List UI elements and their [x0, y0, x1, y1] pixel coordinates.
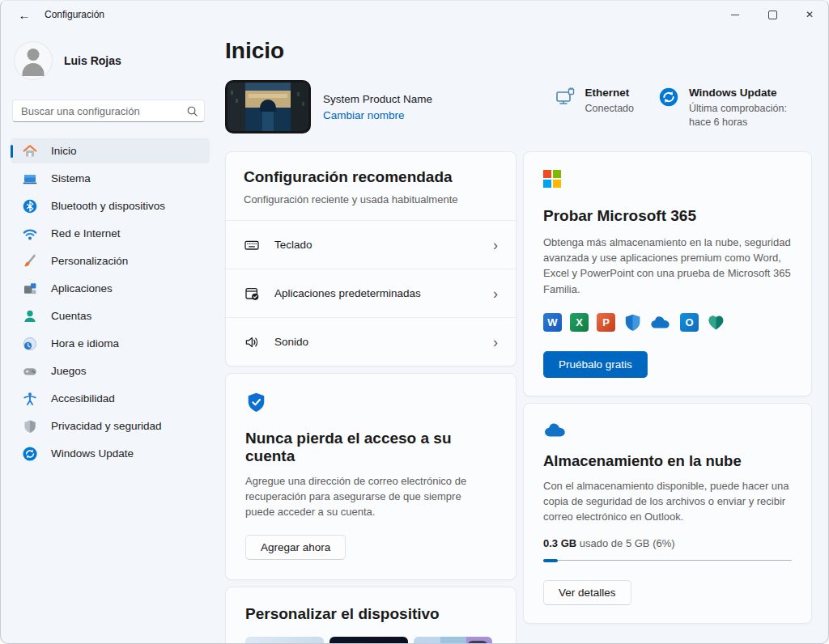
close-icon: ✕ [806, 9, 814, 20]
sound-icon [244, 334, 260, 350]
ethernet-icon [555, 87, 576, 108]
accounts-icon [22, 308, 38, 324]
windows-update-status[interactable]: Windows Update Última comprobación: hace… [658, 87, 810, 129]
sidebar-item-aplicaciones[interactable]: Aplicaciones [11, 276, 210, 301]
sidebar-nav: Inicio Sistema Bluetooth y dispositivos … [1, 138, 219, 466]
windows-update-subtitle: Última comprobación: hace 6 horas [689, 102, 810, 129]
system-icon [22, 171, 38, 187]
home-icon [22, 143, 38, 159]
sidebar-item-sistema[interactable]: Sistema [11, 166, 210, 191]
add-recovery-email-button[interactable]: Agregar ahora [245, 535, 346, 560]
sidebar-item-label: Red e Internet [51, 227, 121, 239]
onedrive-icon [650, 315, 672, 329]
maximize-button[interactable] [754, 1, 791, 28]
user-profile[interactable]: Luis Rojas [14, 41, 219, 80]
page-title: Inicio [225, 38, 828, 64]
recommended-item-aplicaciones-predeterminadas[interactable]: Aplicaciones predeterminadas › [226, 269, 516, 317]
sidebar-item-bluetooth[interactable]: Bluetooth y dispositivos [11, 193, 210, 218]
sidebar-item-label: Hora e idioma [51, 337, 119, 350]
theme-thumbnail-dark[interactable] [329, 637, 408, 644]
apps-icon [22, 281, 38, 297]
accessibility-icon [22, 391, 38, 407]
sidebar-item-label: Sistema [51, 172, 91, 184]
sidebar-item-label: Personalización [51, 255, 128, 267]
m365-body: Obtenga más almacenamiento en la nube, s… [543, 235, 797, 297]
sidebar-item-label: Inicio [51, 145, 77, 157]
word-icon: W [543, 313, 562, 332]
view-details-button[interactable]: Ver detalles [543, 580, 631, 605]
try-m365-button[interactable]: Pruébalo gratis [543, 351, 648, 378]
sidebar-item-inicio[interactable]: Inicio [11, 138, 210, 163]
search-input[interactable] [13, 100, 204, 121]
windows-update-icon [22, 446, 38, 462]
account-recovery-card: Nunca pierda el acceso a su cuenta Agreg… [225, 373, 517, 580]
back-arrow-icon: ← [19, 8, 31, 22]
m365-title: Probar Microsoft 365 [543, 207, 792, 225]
sidebar: Luis Rojas Inicio Sistema Bluetooth y di… [1, 28, 219, 643]
account-recovery-title: Nunca pierda el acceso a su cuenta [245, 430, 496, 465]
status-group: Ethernet Conectado Windows Update Última… [555, 87, 812, 129]
window-controls: ✕ [716, 1, 828, 28]
storage-progress-bar [543, 559, 792, 562]
sidebar-item-juegos[interactable]: Juegos [11, 358, 210, 383]
sidebar-item-accesibilidad[interactable]: Accesibilidad [11, 386, 210, 411]
sidebar-item-label: Aplicaciones [51, 282, 113, 294]
close-button[interactable]: ✕ [791, 1, 828, 28]
avatar [14, 41, 53, 80]
chevron-right-icon: › [493, 286, 498, 301]
m365-app-icons: W X P O [543, 313, 792, 332]
maximize-icon [768, 11, 777, 19]
personalize-title: Personalizar el dispositivo [245, 605, 496, 623]
storage-usage-detail: usado de 5 GB (6%) [576, 537, 674, 549]
excel-icon: X [570, 313, 589, 332]
back-button[interactable]: ← [11, 4, 38, 25]
search-icon [186, 105, 198, 117]
sidebar-item-windows-update[interactable]: Windows Update [11, 441, 210, 466]
sidebar-item-cuentas[interactable]: Cuentas [11, 303, 210, 328]
sidebar-item-label: Bluetooth y dispositivos [51, 200, 165, 212]
rename-device-link[interactable]: Cambiar nombre [323, 109, 432, 121]
main-content: Inicio System Product Name Cambiar nombr… [225, 28, 828, 643]
storage-title: Almacenamiento en la nube [543, 452, 792, 470]
recommended-item-teclado[interactable]: Teclado › [226, 220, 516, 269]
storage-body: Con el almacenamiento disponible, puede … [543, 478, 801, 525]
sidebar-item-hora-idioma[interactable]: Hora e idioma [11, 331, 210, 356]
left-column: Configuración recomendada Configuración … [225, 151, 517, 644]
sidebar-item-personalizacion[interactable]: Personalización [11, 248, 210, 273]
windows-update-status-icon [658, 87, 679, 108]
sidebar-item-privacidad[interactable]: Privacidad y seguridad [11, 413, 210, 439]
right-column: Probar Microsoft 365 Obtenga más almacen… [523, 151, 812, 644]
default-apps-icon [244, 286, 260, 302]
time-language-icon [22, 336, 38, 352]
chevron-right-icon: › [493, 238, 498, 252]
titlebar: ← Configuración ✕ [1, 1, 828, 28]
windows-update-title: Windows Update [689, 87, 810, 99]
ethernet-title: Ethernet [585, 87, 634, 99]
ethernet-subtitle: Conectado [585, 102, 634, 115]
device-info: System Product Name Cambiar nombre [323, 93, 432, 121]
microsoft-365-card: Probar Microsoft 365 Obtenga más almacen… [523, 151, 812, 396]
theme-badge [467, 641, 488, 644]
device-name: System Product Name [323, 93, 432, 105]
device-wallpaper-thumbnail [225, 80, 311, 133]
personalization-icon [22, 253, 38, 269]
ethernet-status[interactable]: Ethernet Conectado [555, 87, 634, 115]
recommended-item-label: Sonido [274, 336, 308, 348]
recommended-item-sonido[interactable]: Sonido › [226, 317, 516, 366]
window-title: Configuración [45, 9, 104, 20]
account-recovery-body: Agregue una dirección de correo electrón… [245, 473, 490, 520]
sidebar-item-label: Privacidad y seguridad [51, 420, 162, 432]
sidebar-item-label: Accesibilidad [51, 392, 115, 405]
minimize-button[interactable] [716, 1, 754, 28]
microsoft-logo-icon [543, 170, 792, 188]
personalize-device-card: Personalizar el dispositivo [225, 587, 517, 644]
privacy-icon [22, 418, 38, 434]
theme-thumbnail-custom[interactable] [414, 637, 492, 644]
storage-usage-text: 0.3 GB usado de 5 GB (6%) [543, 537, 792, 549]
defender-icon [623, 313, 642, 332]
device-row: System Product Name Cambiar nombre Ether… [225, 80, 812, 133]
theme-thumbnail-light[interactable] [245, 637, 324, 644]
sidebar-item-red-internet[interactable]: Red e Internet [11, 221, 210, 246]
sidebar-item-label: Juegos [51, 365, 87, 377]
storage-progress-fill [543, 559, 558, 562]
